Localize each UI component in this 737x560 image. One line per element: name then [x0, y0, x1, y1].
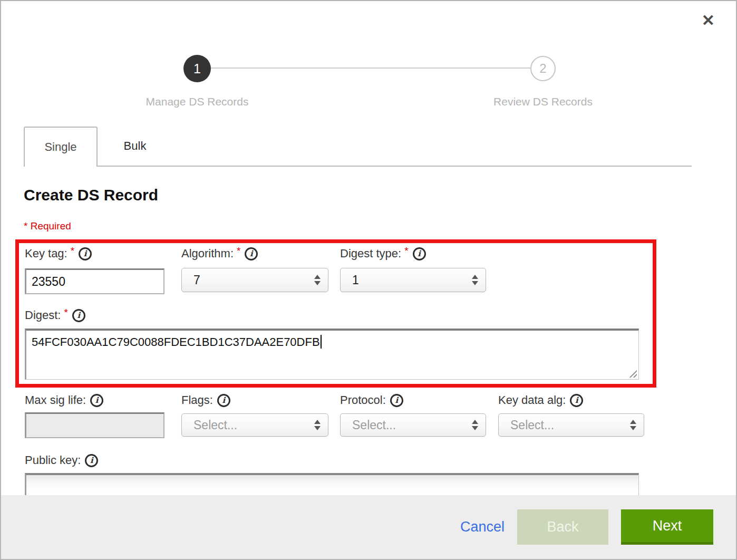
step-1-number: 1 — [193, 61, 201, 76]
back-button[interactable]: Back — [517, 509, 608, 545]
step-2-label: Review DS Records — [474, 95, 612, 108]
flags-select-value: Select... — [193, 418, 237, 432]
tab-bulk-label: Bulk — [124, 139, 147, 153]
resize-handle[interactable] — [628, 369, 637, 378]
tab-single[interactable]: Single — [24, 127, 98, 167]
create-ds-record-modal: ✕ 1 2 Manage DS Records Review DS Record… — [0, 0, 737, 560]
protocol-select[interactable]: Select... — [340, 413, 486, 437]
algorithm-label: Algorithm: * i — [181, 247, 258, 260]
next-button-label: Next — [653, 518, 682, 534]
algorithm-select-value: 7 — [193, 273, 200, 287]
digest-textarea[interactable]: 54FCF030AA1C79C0088FDEC1BD1C37DAA2E70DFB — [25, 329, 639, 380]
next-button[interactable]: Next — [621, 509, 713, 545]
digest-info-icon[interactable]: i — [72, 309, 85, 322]
select-spinner-icon — [630, 420, 636, 430]
required-asterisk: * — [71, 245, 74, 257]
select-spinner-icon — [472, 420, 478, 430]
flags-label: Flags: i — [181, 393, 230, 407]
required-note: * Required — [24, 220, 71, 232]
max-sig-life-info-icon[interactable]: i — [90, 394, 103, 407]
protocol-label: Protocol: i — [340, 393, 403, 407]
protocol-info-icon[interactable]: i — [390, 394, 403, 407]
max-sig-life-input[interactable] — [25, 412, 164, 438]
protocol-select-value: Select... — [352, 418, 396, 432]
required-asterisk: * — [404, 245, 408, 257]
text-cursor — [321, 335, 322, 349]
key-data-alg-select-value: Select... — [510, 418, 554, 432]
digest-label: Digest: * i — [25, 308, 85, 322]
page-title: Create DS Record — [24, 186, 158, 204]
algorithm-info-icon[interactable]: i — [245, 247, 258, 260]
step-2-indicator: 2 — [530, 56, 556, 81]
digest-type-label: Digest type: * i — [340, 247, 426, 260]
step-2-number: 2 — [539, 61, 546, 76]
digest-type-select-value: 1 — [352, 273, 359, 287]
key-data-alg-info-icon[interactable]: i — [570, 394, 583, 407]
required-asterisk: * — [64, 307, 67, 318]
required-asterisk: * — [237, 245, 240, 257]
digest-value: 54FCF030AA1C79C0088FDEC1BD1C37DAA2E70DFB — [32, 335, 320, 349]
flags-info-icon[interactable]: i — [217, 394, 230, 407]
close-button[interactable]: ✕ — [702, 13, 715, 28]
key-data-alg-label: Key data alg: i — [498, 393, 583, 407]
digest-type-info-icon[interactable]: i — [413, 247, 426, 260]
flags-select[interactable]: Select... — [181, 413, 328, 437]
key-tag-info-icon[interactable]: i — [79, 247, 92, 260]
digest-type-select[interactable]: 1 — [340, 268, 486, 292]
tab-bar: Single Bulk — [24, 127, 692, 167]
tab-single-label: Single — [44, 140, 76, 154]
back-button-label: Back — [547, 519, 578, 535]
key-tag-input[interactable] — [25, 268, 164, 294]
select-spinner-icon — [314, 275, 321, 285]
select-spinner-icon — [472, 275, 478, 285]
algorithm-select[interactable]: 7 — [181, 268, 328, 292]
step-1-indicator: 1 — [183, 55, 211, 82]
max-sig-life-label: Max sig life: i — [25, 393, 103, 407]
step-1-label: Manage DS Records — [129, 95, 266, 108]
public-key-info-icon[interactable]: i — [85, 454, 98, 467]
tab-bulk[interactable]: Bulk — [98, 127, 172, 166]
cancel-button[interactable]: Cancel — [460, 519, 505, 535]
select-spinner-icon — [314, 420, 321, 430]
stepper-connector-line — [210, 67, 532, 69]
key-tag-label: Key tag: * i — [25, 247, 92, 260]
close-icon: ✕ — [702, 12, 715, 29]
modal-footer: Cancel Back Next — [1, 495, 736, 559]
key-data-alg-select[interactable]: Select... — [498, 413, 644, 437]
public-key-label: Public key: i — [25, 453, 98, 467]
